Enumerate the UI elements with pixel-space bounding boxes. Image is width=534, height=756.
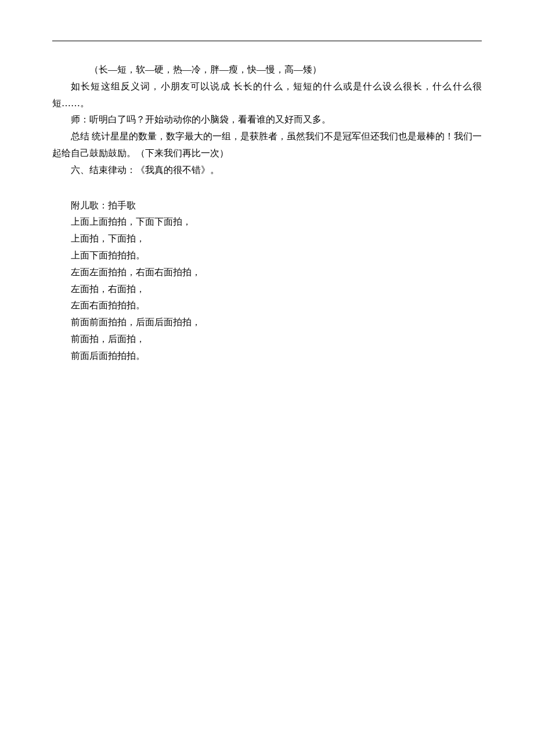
body-line: （长—短，软—硬，热—冷，胖—瘦，快—慢，高—矮）	[52, 62, 482, 78]
song-title: 附儿歌：拍手歌	[52, 197, 482, 214]
song-line: 前面后面拍拍拍。	[52, 348, 482, 365]
song-line: 前面拍，后面拍，	[52, 331, 482, 348]
document-content: （长—短，软—硬，热—冷，胖—瘦，快—慢，高—矮） 如长短这组反义词，小朋友可以…	[52, 62, 482, 365]
spacer	[52, 179, 482, 197]
song-line: 左面拍，右面拍，	[52, 281, 482, 298]
song-line: 上面下面拍拍拍。	[52, 247, 482, 264]
song-line: 上面拍，下面拍，	[52, 231, 482, 247]
song-line: 上面上面拍拍，下面下面拍，	[52, 214, 482, 231]
song-line: 左面左面拍拍，右面右面拍拍，	[52, 264, 482, 281]
body-line: 总结 统计星星的数量，数字最大的一组，是获胜者，虽然我们不是冠军但还我们也是最棒…	[52, 128, 482, 162]
body-line: 师：听明白了吗？开始动动你的小脑袋，看看谁的又好而又多。	[52, 111, 482, 128]
body-line: 六、结束律动：《我真的很不错》。	[52, 162, 482, 179]
song-line: 前面前面拍拍，后面后面拍拍，	[52, 314, 482, 331]
page-divider	[52, 41, 482, 41]
body-line: 如长短这组反义词，小朋友可以说成 长长的什么，短短的什么或是什么设么很长，什么什…	[52, 78, 482, 112]
song-line: 左面右面拍拍拍。	[52, 297, 482, 314]
